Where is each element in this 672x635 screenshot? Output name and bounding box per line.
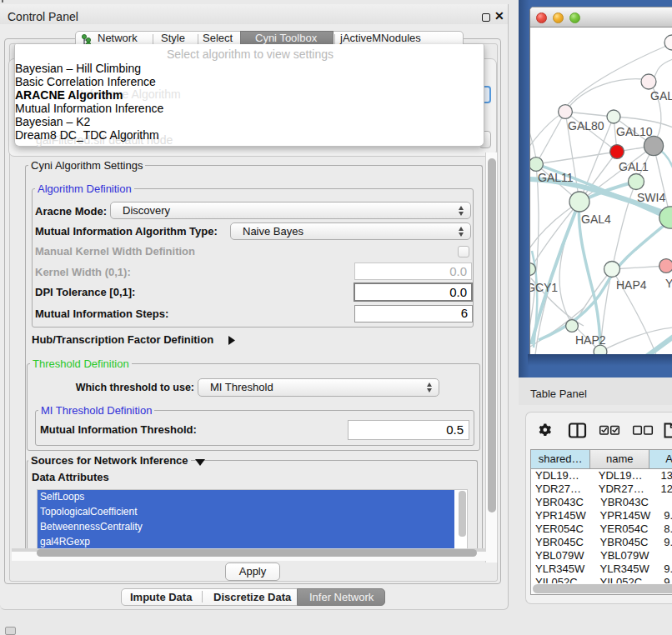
svg-text:GAL1: GAL1 [619, 160, 649, 173]
svg-text:GAL80: GAL80 [568, 119, 604, 132]
svg-text:GAL11: GAL11 [538, 171, 574, 184]
svg-text:GAL4: GAL4 [581, 212, 611, 226]
svg-text:HAP2: HAP2 [575, 333, 606, 347]
svg-text:HAP4: HAP4 [616, 278, 647, 292]
svg-text:GAL10: GAL10 [616, 125, 653, 138]
svg-text:GAL7: GAL7 [650, 89, 672, 102]
svg-text:SWI4: SWI4 [637, 191, 665, 204]
svg-text:Y: Y [665, 277, 672, 290]
svg-text:GCY1: GCY1 [530, 281, 558, 294]
